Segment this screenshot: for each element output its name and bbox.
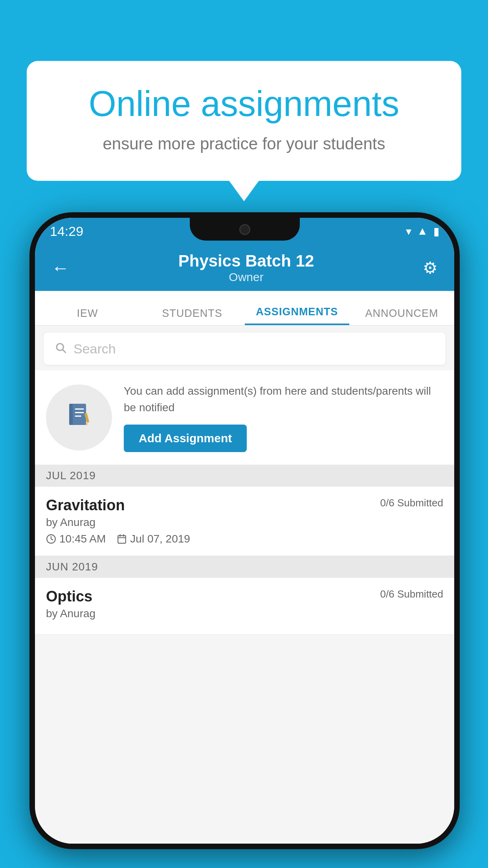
promo-title: Online assignments	[54, 85, 434, 123]
svg-rect-3	[69, 404, 73, 425]
assignment-author-gravitation: by Anurag	[46, 516, 443, 529]
assignment-title-optics: Optics	[46, 588, 92, 605]
tab-iew[interactable]: IEW	[35, 307, 140, 325]
back-button[interactable]: ←	[51, 257, 70, 278]
add-assignment-block: You can add assignment(s) from here and …	[35, 370, 454, 465]
tab-assignments[interactable]: ASSIGNMENTS	[245, 306, 350, 325]
app-bar-subtitle: Owner	[178, 270, 314, 284]
app-bar-title-block: Physics Batch 12 Owner	[178, 252, 314, 284]
wifi-icon: ▾	[406, 225, 411, 238]
front-camera	[239, 224, 250, 235]
assignment-icon-circle	[46, 384, 112, 451]
assignment-item-gravitation[interactable]: Gravitation 0/6 Submitted by Anurag 10:4…	[35, 487, 454, 556]
assignment-meta-gravitation: 10:45 AM Jul 07, 2019	[46, 533, 443, 545]
svg-line-1	[63, 349, 66, 352]
assignment-status-optics: 0/6 Submitted	[380, 588, 443, 600]
status-time: 14:29	[50, 224, 83, 239]
add-assignment-right: You can add assignment(s) from here and …	[124, 383, 443, 452]
assignment-author-optics: by Anurag	[46, 607, 443, 620]
date-label-gravitation: Jul 07, 2019	[130, 533, 190, 545]
screen-content: Search	[35, 326, 454, 844]
assignment-item-top: Gravitation 0/6 Submitted	[46, 497, 443, 514]
assignment-status-gravitation: 0/6 Submitted	[380, 497, 443, 509]
tab-students[interactable]: STUDENTS	[140, 307, 245, 325]
meta-date-gravitation: Jul 07, 2019	[117, 533, 190, 545]
phone-screen: 14:29 ▾ ▲ ▮ ← Physics Batch 12 Owner ⚙ I…	[35, 218, 454, 844]
tab-announcements[interactable]: ANNOUNCEM	[349, 307, 454, 325]
assignment-item-optics[interactable]: Optics 0/6 Submitted by Anurag	[35, 578, 454, 634]
phone-frame: 14:29 ▾ ▲ ▮ ← Physics Batch 12 Owner ⚙ I…	[29, 212, 460, 849]
assignment-notebook-icon	[65, 400, 93, 435]
app-bar-title: Physics Batch 12	[178, 252, 314, 270]
phone-notch	[190, 218, 300, 241]
add-assignment-button[interactable]: Add Assignment	[124, 425, 247, 452]
tabs-bar: IEW STUDENTS ASSIGNMENTS ANNOUNCEM	[35, 291, 454, 326]
status-icons: ▾ ▲ ▮	[406, 225, 439, 238]
assignment-title-gravitation: Gravitation	[46, 497, 125, 514]
promo-subtitle: ensure more practice for your students	[54, 134, 434, 153]
promo-card: Online assignments ensure more practice …	[27, 61, 461, 181]
settings-button[interactable]: ⚙	[423, 258, 438, 278]
section-header-jul: JUL 2019	[35, 465, 454, 487]
meta-time-gravitation: 10:45 AM	[46, 533, 106, 545]
time-label-gravitation: 10:45 AM	[59, 533, 106, 545]
app-bar: ← Physics Batch 12 Owner ⚙	[35, 245, 454, 291]
add-assignment-description: You can add assignment(s) from here and …	[124, 383, 443, 416]
svg-rect-10	[118, 535, 126, 543]
search-icon	[55, 341, 66, 357]
search-placeholder: Search	[73, 341, 116, 357]
signal-icon: ▲	[417, 225, 428, 237]
battery-icon: ▮	[433, 225, 439, 238]
search-bar[interactable]: Search	[44, 333, 446, 365]
section-header-jun: JUN 2019	[35, 556, 454, 578]
assignment-item-top-optics: Optics 0/6 Submitted	[46, 588, 443, 605]
